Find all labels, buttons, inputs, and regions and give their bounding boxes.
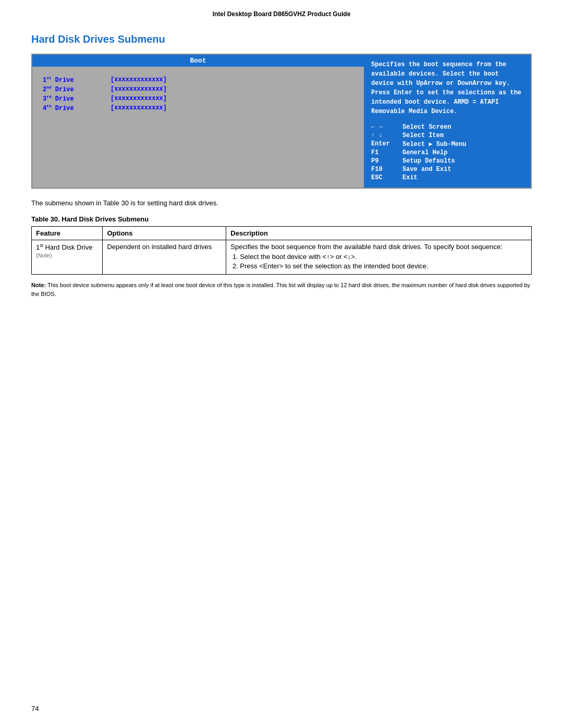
section-title: Hard Disk Drives Submenu xyxy=(31,33,532,45)
table-header-row: Feature Options Description xyxy=(32,227,532,240)
bios-key-row-f1: F1 General Help xyxy=(371,149,523,156)
options-cell: Dependent on installed hard drives xyxy=(103,240,226,275)
desc-intro: Specifies the boot sequence from the ava… xyxy=(230,243,503,251)
key-enter-desc: Select ▶ Sub-Menu xyxy=(402,140,466,148)
page-header: Intel Desktop Board D865GVHZ Product Gui… xyxy=(31,10,532,18)
key-esc: ESC xyxy=(371,174,402,181)
note-label: Note: xyxy=(31,282,46,288)
drive-row-1: 1st Drive [xxxxxxxxxxxxx] xyxy=(43,76,353,84)
key-esc-desc: Exit xyxy=(402,174,418,181)
drive-label-3: 3rd Drive xyxy=(43,95,111,103)
drive-label-2: 2nd Drive xyxy=(43,85,111,93)
hard-disk-drives-table: Feature Options Description 1st Hard Dis… xyxy=(31,226,532,275)
drive-row-3: 3rd Drive [xxxxxxxxxxxxx] xyxy=(43,95,353,103)
key-p9-desc: Setup Defaults xyxy=(402,157,455,165)
intro-text: The submenu shown in Table 30 is for set… xyxy=(31,199,532,207)
desc-list-item-2: Press <Enter> to set the selection as th… xyxy=(240,262,527,270)
bios-right-panel: Specifies the boot sequence from the ava… xyxy=(364,55,531,188)
header-title: Intel Desktop Board D865GVHZ Product Gui… xyxy=(213,10,351,18)
desc-list-item-1: Select the boot device with <↑> or <↓>. xyxy=(240,253,527,261)
col-description: Description xyxy=(226,227,532,240)
feature-name: 1st Hard Disk Drive xyxy=(36,243,92,251)
key-arrows: ← → xyxy=(371,124,402,131)
drive-value-4: [xxxxxxxxxxxxx] xyxy=(111,104,167,112)
table-row: 1st Hard Disk Drive (Note) Dependent on … xyxy=(32,240,532,275)
desc-list: Select the boot device with <↑> or <↓>. … xyxy=(240,253,527,270)
table-caption: Table 30. Hard Disk Drives Submenu xyxy=(31,215,532,223)
bios-left-panel: Boot 1st Drive [xxxxxxxxxxxxx] 2nd Drive… xyxy=(32,55,364,188)
bios-key-row-p9: P9 Setup Defaults xyxy=(371,157,523,165)
bios-drives-list: 1st Drive [xxxxxxxxxxxxx] 2nd Drive [xxx… xyxy=(32,72,364,118)
key-f10-desc: Save and Exit xyxy=(402,166,451,173)
drive-label-1: 1st Drive xyxy=(43,76,111,84)
col-options: Options xyxy=(103,227,226,240)
bios-key-row-arrows: ← → Select Screen xyxy=(371,124,523,131)
bios-key-row-f10: F10 Save and Exit xyxy=(371,166,523,173)
drive-value-3: [xxxxxxxxxxxxx] xyxy=(111,95,167,103)
description-cell: Specifies the boot sequence from the ava… xyxy=(226,240,532,275)
key-updown-desc: Select Item xyxy=(402,132,444,139)
bios-key-row-updown: ↑ ↓ Select Item xyxy=(371,132,523,139)
note-body: This boot device submenu appears only if… xyxy=(31,282,530,297)
bios-key-row-enter: Enter Select ▶ Sub-Menu xyxy=(371,140,523,148)
feature-cell: 1st Hard Disk Drive (Note) xyxy=(32,240,103,275)
key-f10: F10 xyxy=(371,166,402,173)
drive-row-2: 2nd Drive [xxxxxxxxxxxxx] xyxy=(43,85,353,93)
key-arrows-desc: Select Screen xyxy=(402,124,451,131)
key-f1: F1 xyxy=(371,149,402,156)
drive-label-4: 4th Drive xyxy=(43,104,111,112)
key-updown: ↑ ↓ xyxy=(371,132,402,139)
col-feature: Feature xyxy=(32,227,103,240)
note-paragraph: Note: This boot device submenu appears o… xyxy=(31,281,532,298)
drive-value-2: [xxxxxxxxxxxxx] xyxy=(111,85,167,93)
key-enter: Enter xyxy=(371,140,402,148)
drive-value-1: [xxxxxxxxxxxxx] xyxy=(111,76,167,84)
bios-key-row-esc: ESC Exit xyxy=(371,174,523,181)
drive-row-4: 4th Drive [xxxxxxxxxxxxx] xyxy=(43,104,353,112)
key-f1-desc: General Help xyxy=(402,149,447,156)
bios-screen: Boot 1st Drive [xxxxxxxxxxxxx] 2nd Drive… xyxy=(31,54,532,189)
page-number: 74 xyxy=(31,705,39,712)
bios-description: Specifies the boot sequence from the ava… xyxy=(371,60,523,116)
key-p9: P9 xyxy=(371,157,402,165)
feature-note: (Note) xyxy=(36,252,52,258)
bios-key-list: ← → Select Screen ↑ ↓ Select Item Enter … xyxy=(371,124,523,181)
bios-header-bar: Boot xyxy=(32,55,364,67)
